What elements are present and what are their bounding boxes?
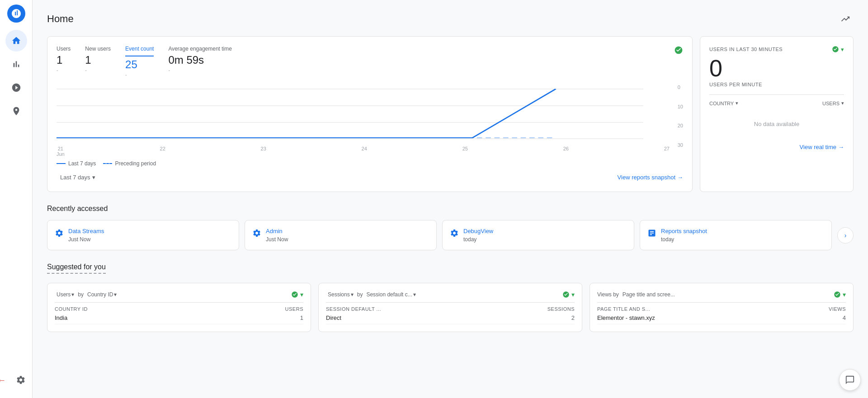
legend-last7days-label: Last 7 days: [68, 160, 96, 167]
suggested-card-title-2: Sessions ▾ by Session default c... ▾: [326, 290, 418, 299]
customize-icon[interactable]: [837, 11, 854, 27]
users-filter-chip[interactable]: Users ▾: [55, 290, 76, 299]
suggested-card-views: Views by Page title and scree... ▾ PAGE …: [590, 283, 854, 332]
chevron-down-icon-realtime: ▾: [841, 46, 844, 53]
metric-event-count-sub: -: [125, 72, 154, 77]
users-filter-label: Users: [57, 291, 71, 298]
card2-status[interactable]: ▾: [562, 291, 575, 298]
country-id-filter-chip[interactable]: Country ID ▾: [85, 290, 118, 299]
metric-event-count[interactable]: Event count 25 -: [125, 46, 154, 77]
metrics-row: Users 1 - New users 1 - Event count 25 -…: [57, 46, 683, 77]
y-label-0: 0: [678, 84, 683, 90]
chart-container: 30 20 10 0 21Jun 22 23 24 25 26 27: [57, 84, 683, 157]
sidebar-bottom: ←: [1, 369, 32, 391]
legend-preceding-label: Preceding period: [115, 160, 156, 167]
chat-button[interactable]: [839, 369, 861, 391]
gear-icon: [16, 375, 26, 385]
card2-row-direct: Direct 2: [326, 312, 575, 324]
trending-icon: [840, 14, 850, 24]
no-data-message: No data available: [709, 112, 844, 136]
card3-table-header: PAGE TITLE AND S... VIEWS: [597, 302, 846, 312]
recent-card-admin[interactable]: Admin Just Now: [245, 220, 437, 250]
chevron-right-icon: ›: [844, 232, 847, 239]
metric-avg-engagement-sub: -: [168, 67, 232, 73]
metric-users-label: Users: [57, 46, 71, 52]
suggested-section: Suggested for you Users ▾ by Country ID …: [47, 263, 854, 332]
realtime-title: USERS IN LAST 30 MINUTES: [709, 47, 783, 52]
bar-chart-box-icon: [647, 229, 656, 238]
card1-country-india: India: [55, 314, 67, 321]
recent-card-admin-inner: Admin Just Now: [252, 228, 429, 243]
overview-card-footer: Last 7 days ▾ View reports snapshot →: [57, 172, 683, 183]
country-id-chevron-icon: ▾: [114, 291, 117, 298]
recent-card-data-streams[interactable]: Data Streams Just Now: [47, 220, 239, 250]
realtime-card: USERS IN LAST 30 MINUTES ▾ 0 USERS PER M…: [700, 36, 854, 192]
card3-chevron: ▾: [843, 291, 846, 298]
analytics-logo-icon: [11, 8, 22, 19]
view-real-time-link[interactable]: View real time →: [800, 144, 844, 150]
chart-area: [57, 84, 670, 148]
x-label-23: 23: [261, 146, 266, 157]
y-label-10: 10: [678, 104, 683, 109]
date-range-button[interactable]: Last 7 days ▾: [57, 172, 99, 183]
metric-avg-engagement[interactable]: Average engagement time 0m 59s -: [168, 46, 232, 77]
card3-col2-header: VIEWS: [829, 306, 846, 312]
sidebar-item-advertising[interactable]: [5, 100, 27, 122]
country-id-filter-label: Country ID: [87, 291, 113, 298]
sessions-filter-chip[interactable]: Sessions ▾: [326, 290, 355, 299]
metric-event-count-value: 25: [125, 58, 154, 71]
metric-event-count-label: Event count: [125, 46, 154, 56]
users-chevron-icon: ▾: [71, 291, 74, 298]
country-col-header[interactable]: COUNTRY ▾: [709, 100, 738, 106]
metric-users-value: 1: [57, 54, 71, 66]
legend-preceding: Preceding period: [103, 160, 156, 167]
users-chevron-icon: ▾: [841, 100, 844, 106]
admin-time: Just Now: [266, 236, 288, 243]
debugview-gear-icon: [450, 229, 459, 238]
chart-y-labels: 30 20 10 0: [678, 84, 683, 157]
suggested-card-header-3: Views by Page title and scree... ▾: [597, 290, 846, 299]
users-col-header[interactable]: USERS ▾: [822, 100, 844, 106]
recent-card-debugview[interactable]: DebugView today: [442, 220, 634, 250]
suggested-title: Suggested for you: [47, 263, 106, 274]
recently-accessed-section: Recently accessed Data Streams Just Now: [47, 205, 854, 250]
chevron-down-icon: ▾: [92, 174, 95, 181]
card3-row-elementor: Elementor - stawn.xyz 4: [597, 312, 846, 324]
suggested-card-header-2: Sessions ▾ by Session default c... ▾: [326, 290, 575, 299]
metric-users[interactable]: Users 1 -: [57, 46, 71, 77]
y-label-20: 20: [678, 123, 683, 128]
x-label-21: 21Jun: [57, 146, 65, 157]
admin-name: Admin: [266, 228, 288, 234]
sidebar-item-home[interactable]: [5, 30, 27, 52]
date-range-label: Last 7 days: [60, 174, 90, 181]
reports-snapshot-time: today: [661, 236, 707, 243]
cards-row: Users 1 - New users 1 - Event count 25 -…: [47, 36, 854, 192]
admin-info: Admin Just Now: [266, 228, 288, 243]
view-reports-snapshot-label: View reports snapshot: [618, 174, 675, 181]
realtime-status[interactable]: ▾: [832, 46, 844, 53]
country-col-label: COUNTRY: [709, 101, 734, 106]
arrow-right-realtime-icon: →: [838, 144, 844, 150]
legend-last7days: Last 7 days: [57, 160, 96, 167]
recently-accessed-next-button[interactable]: ›: [837, 227, 854, 243]
session-default-filter-chip[interactable]: Session default c... ▾: [364, 290, 417, 299]
sidebar-item-explore[interactable]: [5, 77, 27, 98]
view-reports-snapshot-link[interactable]: View reports snapshot →: [618, 174, 683, 181]
sidebar-logo[interactable]: [7, 5, 25, 23]
card3-status[interactable]: ▾: [834, 291, 846, 298]
card3-check-icon: [834, 291, 841, 298]
x-label-25: 25: [462, 146, 468, 157]
page-title-filter-chip[interactable]: Page title and scree...: [621, 290, 677, 299]
sidebar-item-settings[interactable]: [10, 369, 32, 391]
realtime-sub-label: USERS PER MINUTE: [709, 82, 844, 87]
sidebar-item-reports[interactable]: [5, 53, 27, 75]
users-col-label: USERS: [822, 101, 840, 106]
page-title: Home: [47, 13, 74, 25]
card1-status[interactable]: ▾: [291, 291, 303, 298]
sidebar: ←: [0, 0, 33, 398]
suggested-card-title-1: Users ▾ by Country ID ▾: [55, 290, 118, 299]
recent-card-reports-snapshot[interactable]: Reports snapshot today: [640, 220, 832, 250]
suggested-card-users-country: Users ▾ by Country ID ▾ ▾: [47, 283, 311, 332]
gear-blue-icon: [55, 229, 64, 238]
metric-new-users[interactable]: New users 1 -: [85, 46, 111, 77]
